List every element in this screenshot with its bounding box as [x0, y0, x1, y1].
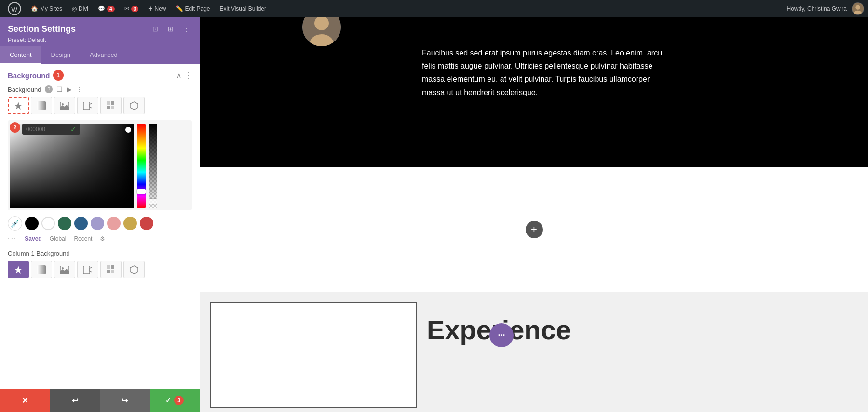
preset-label[interactable]: Preset: Default — [8, 37, 192, 43]
tab-design[interactable]: Design — [41, 46, 80, 64]
col-bg-image-btn[interactable] — [54, 261, 75, 278]
gray-left-column — [210, 302, 417, 408]
save-button[interactable]: ✓ 3 — [150, 389, 200, 412]
edit-page-btn[interactable]: ✏️ Edit Page — [172, 0, 214, 17]
svg-rect-12 — [111, 106, 114, 109]
column-1-background-section: Column 1 Background — [8, 250, 192, 278]
device-icon[interactable]: ☐ — [56, 85, 63, 93]
redo-button[interactable]: ↪ — [100, 389, 150, 412]
save-badge: 3 — [174, 396, 184, 405]
bg-type-gradient-btn[interactable] — [31, 97, 52, 114]
hex-confirm-icon[interactable]: ✓ — [70, 125, 76, 133]
color-tab-saved[interactable]: Saved — [25, 235, 41, 242]
gray-right-column: Experience ··· — [427, 302, 858, 408]
background-options-icon[interactable]: ⋮ — [184, 71, 192, 80]
panel-content: Background 1 ∧ ⋮ Background ? ☐ ▶ ⋮ — [0, 64, 200, 389]
hue-handle[interactable] — [137, 189, 146, 194]
comments-btn[interactable]: 💬 4 — [94, 0, 119, 17]
main-layout: Section Settings ⊡ ⊞ ⋮ Preset: Default C… — [0, 17, 868, 412]
svg-marker-13 — [130, 102, 138, 110]
col-bg-pattern-btn[interactable] — [100, 261, 122, 278]
svg-rect-11 — [107, 106, 110, 109]
gray-section: Experience ··· — [200, 292, 868, 412]
hue-slider[interactable] — [137, 124, 146, 208]
bg-type-mask-btn[interactable] — [123, 97, 145, 114]
swatch-lavender[interactable] — [91, 217, 104, 230]
svg-marker-22 — [130, 266, 138, 274]
svg-text:W: W — [11, 5, 18, 13]
color-tab-global[interactable]: Global — [50, 235, 67, 242]
panel-title: Section Settings — [8, 24, 76, 34]
new-comments-count: 0 — [131, 6, 139, 12]
svg-rect-14 — [37, 265, 46, 274]
swatch-red[interactable] — [140, 217, 153, 230]
my-sites-btn[interactable]: 🏠 My Sites — [27, 0, 66, 17]
wp-logo-btn[interactable]: W — [4, 0, 25, 17]
new-comments-btn[interactable]: ✉ 0 — [121, 0, 143, 17]
bg-type-image-btn[interactable] — [54, 97, 75, 114]
section-settings-panel: Section Settings ⊡ ⊞ ⋮ Preset: Default C… — [0, 17, 200, 412]
swatch-blue[interactable] — [74, 217, 88, 230]
swatch-green[interactable] — [58, 217, 71, 230]
divi-btn[interactable]: ◎ Divi — [68, 0, 92, 17]
col-bg-gradient-btn[interactable] — [31, 261, 52, 278]
panel-header: Section Settings ⊡ ⊞ ⋮ Preset: Default — [0, 17, 200, 46]
gradient-canvas-wrapper — [10, 124, 190, 208]
swatch-gold[interactable] — [123, 217, 137, 230]
bg-type-pattern-btn[interactable] — [100, 97, 122, 114]
resize-icon[interactable]: ⊡ — [149, 23, 161, 35]
swatch-pink[interactable] — [107, 217, 121, 230]
alpha-handle[interactable] — [149, 199, 157, 204]
more-options-icon[interactable]: ⋮ — [180, 23, 192, 35]
svg-rect-17 — [83, 266, 90, 274]
black-section: Faucibus sed sed erat ipsum purus egesta… — [200, 17, 868, 167]
experience-heading: Experience ··· — [427, 316, 571, 343]
color-picker-handle[interactable] — [125, 127, 131, 133]
comments-count: 4 — [107, 6, 115, 12]
bg-type-video-btn[interactable] — [77, 97, 98, 114]
hex-input-row[interactable]: ✓ — [22, 124, 80, 135]
background-section-title: Background — [8, 71, 50, 80]
color-tab-recent[interactable]: Recent — [74, 235, 92, 242]
page-content-area: Faucibus sed sed erat ipsum purus egesta… — [200, 17, 868, 412]
background-more-icon[interactable]: ⋮ — [76, 85, 82, 93]
exit-builder-btn[interactable]: Exit Visual Builder — [216, 0, 271, 17]
undo-button[interactable]: ↩ — [50, 389, 100, 412]
howdy-text: Howdy, Christina Gwira — [784, 5, 850, 12]
svg-rect-19 — [111, 265, 114, 269]
svg-rect-21 — [111, 270, 114, 273]
svg-rect-18 — [107, 265, 110, 269]
column-1-bg-type-row — [8, 261, 192, 278]
body-text: Faucibus sed sed erat ipsum purus egesta… — [422, 46, 663, 99]
cancel-button[interactable]: ✕ — [0, 389, 50, 412]
color-swatches: 💉 — [8, 216, 192, 231]
col-bg-mask-btn[interactable] — [123, 261, 145, 278]
swatch-white[interactable] — [41, 217, 55, 230]
bg-type-color-btn[interactable] — [8, 97, 29, 114]
background-type-row — [8, 97, 192, 114]
add-section-button[interactable]: + — [526, 221, 543, 238]
svg-point-7 — [62, 103, 64, 105]
background-section-header: Background 1 ∧ ⋮ — [8, 70, 192, 81]
eyedropper-btn[interactable]: 💉 — [8, 216, 22, 231]
background-label: Background — [8, 86, 41, 93]
background-collapse-icon[interactable]: ∧ — [176, 71, 181, 79]
color-settings-icon[interactable]: ⚙ — [100, 235, 105, 242]
more-swatches-icon[interactable]: ··· — [8, 234, 17, 243]
svg-rect-9 — [107, 101, 110, 105]
col-bg-color-btn[interactable] — [8, 261, 29, 278]
alpha-slider[interactable] — [149, 124, 157, 208]
black-section-left — [200, 17, 403, 167]
gradient-canvas[interactable] — [10, 124, 134, 208]
hex-input[interactable] — [26, 126, 68, 133]
swatch-black[interactable] — [25, 217, 39, 230]
cursor-icon[interactable]: ▶ — [67, 85, 72, 93]
tab-content[interactable]: Content — [0, 46, 41, 64]
col-bg-video-btn[interactable] — [77, 261, 98, 278]
black-section-right: Faucibus sed sed erat ipsum purus egesta… — [403, 17, 868, 167]
help-icon[interactable]: ? — [45, 85, 53, 93]
svg-rect-20 — [107, 270, 110, 273]
tab-advanced[interactable]: Advanced — [80, 46, 127, 64]
grid-icon[interactable]: ⊞ — [165, 23, 176, 35]
new-btn[interactable]: + New — [144, 0, 170, 17]
